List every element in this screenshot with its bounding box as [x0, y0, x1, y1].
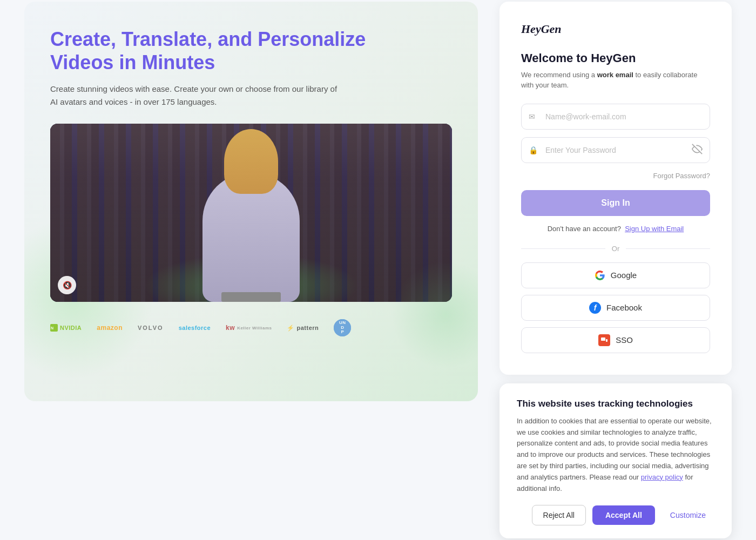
right-panel: HeyGen Welcome to HeyGen We recommend us…: [500, 2, 732, 539]
svg-text:HeyGen: HeyGen: [521, 22, 562, 36]
forgot-password-row: Forgot Password?: [521, 171, 710, 180]
email-input[interactable]: [521, 104, 710, 130]
hero-text: Create, Translate, and Personalize Video…: [50, 28, 452, 109]
headline-main: Create, Translate, and Personalize: [50, 28, 366, 50]
toggle-password-icon[interactable]: [692, 144, 703, 157]
reject-all-button[interactable]: Reject All: [532, 505, 586, 525]
svg-rect-4: [601, 338, 605, 341]
kw-logo: kwKeller Williams: [226, 324, 272, 332]
hero-description: Create stunning videos with ease. Create…: [50, 83, 342, 109]
facebook-icon: f: [589, 302, 601, 314]
google-label: Google: [611, 271, 637, 280]
privacy-policy-link[interactable]: privacy policy: [641, 473, 683, 481]
pattern-logo: ⚡ pattern: [287, 325, 319, 332]
facebook-sign-in-button[interactable]: f Facebook: [521, 295, 710, 321]
video-placeholder: 🔇: [50, 124, 452, 302]
avatar-body: [202, 172, 300, 302]
heygen-logo: HeyGen: [521, 21, 710, 36]
nvidia-icon: N: [50, 324, 58, 332]
divider-line-right: [626, 248, 710, 249]
password-input[interactable]: [521, 137, 710, 163]
nvidia-logo: N NVIDIA: [50, 324, 82, 332]
login-card: HeyGen Welcome to HeyGen We recommend us…: [500, 2, 732, 375]
partner-logos: N NVIDIA amazon VOLVO salesforce kwKelle…: [50, 319, 452, 336]
heygen-wordmark: HeyGen: [521, 21, 575, 36]
headline: Create, Translate, and Personalize Video…: [50, 28, 452, 74]
sso-icon: [598, 334, 610, 346]
divider-line-left: [521, 248, 605, 249]
signup-row: Don't have an account? Sign Up with Emai…: [521, 225, 710, 233]
amazon-logo: amazon: [97, 324, 123, 332]
left-panel: Create, Translate, and Personalize Video…: [24, 2, 478, 401]
avatar-hair: [224, 129, 278, 194]
salesforce-logo: salesforce: [179, 325, 211, 331]
avatar-head: [230, 132, 273, 178]
google-sign-in-button[interactable]: Google: [521, 262, 710, 288]
lock-icon: 🔒: [529, 146, 538, 154]
welcome-subtitle: We recommend using a work email to easil…: [521, 70, 710, 91]
or-divider: Or: [521, 245, 710, 253]
sign-in-button[interactable]: Sign In: [521, 190, 710, 216]
accept-all-button[interactable]: Accept All: [592, 505, 655, 525]
email-icon: ✉: [529, 112, 535, 121]
svg-rect-5: [606, 339, 608, 342]
sso-label: SSO: [616, 335, 633, 345]
signup-link[interactable]: Sign Up with Email: [625, 225, 684, 233]
forgot-password-link[interactable]: Forgot Password?: [653, 172, 711, 180]
video-container: 🔇: [50, 124, 452, 302]
avatar-figure: [192, 145, 310, 302]
divider-text: Or: [612, 245, 619, 253]
google-icon: [595, 270, 605, 281]
email-input-group: ✉: [521, 104, 710, 130]
password-input-group: 🔒: [521, 137, 710, 163]
customize-button[interactable]: Customize: [662, 505, 714, 525]
facebook-label: Facebook: [606, 303, 642, 312]
cookie-actions: Reject All Accept All Customize: [517, 505, 714, 525]
mute-button[interactable]: 🔇: [58, 276, 76, 294]
avatar-laptop: [221, 292, 281, 302]
cookie-body: In addition to cookies that are essentia…: [517, 416, 714, 495]
cookie-banner: This website uses tracking technologies …: [500, 383, 732, 539]
svg-text:N: N: [51, 326, 54, 330]
cookie-title: This website uses tracking technologies: [517, 399, 714, 409]
welcome-title: Welcome to HeyGen: [521, 51, 710, 65]
undp-logo: UNDP: [334, 319, 351, 336]
volvo-logo: VOLVO: [138, 325, 164, 331]
sso-sign-in-button[interactable]: SSO: [521, 327, 710, 353]
headline-accent: Videos in Minutes: [50, 51, 215, 73]
